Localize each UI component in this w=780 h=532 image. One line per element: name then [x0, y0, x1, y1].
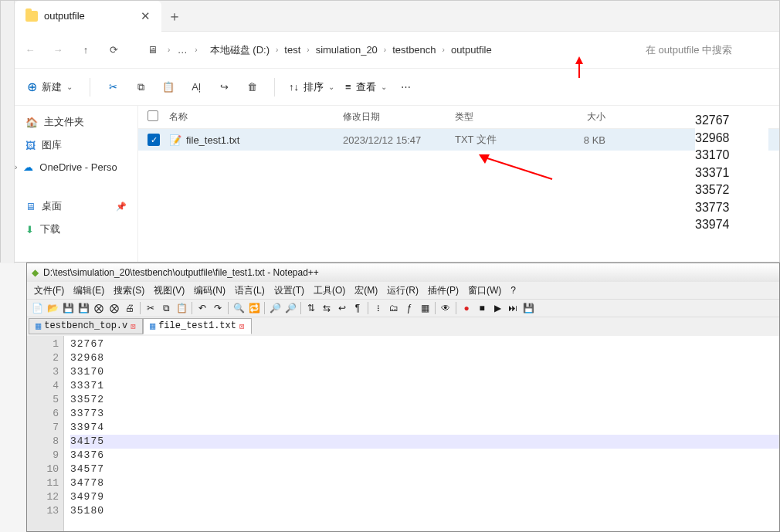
sidebar-item-gallery[interactable]: 🖼 图库 — [18, 134, 134, 157]
share-icon[interactable]: ↪ — [211, 74, 237, 100]
replay-macro-icon[interactable]: ⏭ — [506, 301, 520, 315]
zoom-in-icon[interactable]: 🔎 — [268, 301, 282, 315]
func-list-icon[interactable]: ƒ — [402, 301, 416, 315]
undo-icon[interactable]: ↶ — [195, 301, 209, 315]
menu-edit[interactable]: 编辑(E) — [70, 283, 108, 299]
menu-plugins[interactable]: 插件(P) — [424, 283, 463, 299]
npp-title-bar[interactable]: ◆ D:\test\simulation_20\testbench\output… — [27, 263, 779, 282]
file-size: 8 KB — [544, 134, 605, 146]
menu-run[interactable]: 运行(R) — [383, 283, 422, 299]
editor-tab[interactable]: ▦ testbench_top.v ⊠ — [29, 318, 143, 334]
menu-search[interactable]: 搜索(S) — [110, 283, 148, 299]
code-line: 33572 — [70, 393, 779, 407]
pin-icon: 📌 — [116, 202, 127, 212]
line-number-gutter: 1 2 3 4 5 6 7 8 9 10 11 12 13 — [27, 336, 64, 531]
menu-tools[interactable]: 工具(O) — [310, 283, 349, 299]
doc-map-icon[interactable]: ▦ — [418, 301, 432, 315]
folder-view-icon[interactable]: 🗂 — [387, 301, 401, 315]
column-type[interactable]: 类型 — [455, 110, 544, 124]
menu-settings[interactable]: 设置(T) — [270, 283, 308, 299]
menu-macro[interactable]: 宏(M) — [351, 283, 382, 299]
separator — [300, 302, 301, 314]
breadcrumb-item[interactable]: outputfile — [449, 41, 493, 59]
file-row[interactable]: ✓ 📝 file_test1.txt 2023/12/12 15:47 TXT … — [138, 129, 779, 151]
more-icon[interactable]: … — [173, 38, 192, 63]
paste-icon[interactable]: 📋 — [155, 74, 181, 100]
breadcrumb-item[interactable]: simulation_20 — [314, 41, 379, 59]
stop-macro-icon[interactable]: ■ — [475, 301, 489, 315]
chevron-right-icon: › — [443, 46, 445, 54]
sidebar-item-onedrive[interactable]: › ☁ OneDrive - Perso — [18, 157, 134, 178]
column-name[interactable]: 名称 — [169, 110, 343, 124]
close-all-icon[interactable]: ⨂ — [107, 301, 121, 315]
open-icon[interactable]: 📂 — [46, 301, 59, 315]
print-icon[interactable]: 🖨 — [123, 301, 137, 315]
menu-help[interactable]: ? — [507, 283, 520, 297]
close-icon[interactable]: ⊠ — [239, 321, 245, 331]
explorer-tab[interactable]: outputfile ✕ — [15, 1, 161, 32]
breadcrumb-item[interactable]: testbench — [391, 41, 437, 59]
record-macro-icon[interactable]: ● — [460, 301, 473, 315]
editor-area[interactable]: 1 2 3 4 5 6 7 8 9 10 11 12 13 32767 3296… — [27, 336, 779, 531]
sort-button[interactable]: ↑↓ 排序 ⌄ — [284, 80, 339, 94]
menu-encoding[interactable]: 编码(N) — [190, 283, 229, 299]
close-icon[interactable]: ⊠ — [131, 321, 136, 331]
monitor-icon[interactable]: 🖥 — [140, 38, 164, 63]
column-size[interactable]: 大小 — [544, 110, 605, 124]
menu-file[interactable]: 文件(F) — [30, 283, 68, 299]
breadcrumb-item[interactable]: test — [283, 41, 302, 59]
replace-icon[interactable]: 🔁 — [247, 301, 261, 315]
line-number: 12 — [27, 490, 59, 504]
refresh-icon[interactable]: ⟳ — [101, 38, 126, 63]
save-all-icon[interactable]: 💾 — [76, 301, 90, 315]
close-file-icon[interactable]: ⨂ — [92, 301, 106, 315]
delete-icon[interactable]: 🗑 — [239, 74, 265, 100]
forward-icon[interactable]: → — [46, 38, 70, 63]
new-file-icon[interactable]: 📄 — [30, 301, 44, 315]
sync-v-icon[interactable]: ⇅ — [304, 301, 318, 315]
up-icon[interactable]: ↑ — [73, 38, 98, 63]
select-all-checkbox[interactable] — [148, 110, 158, 121]
cut-icon[interactable]: ✂ — [100, 74, 126, 100]
sidebar-item-desktop[interactable]: 🖥 桌面 📌 — [18, 195, 134, 218]
more-options-icon[interactable]: ⋯ — [393, 74, 419, 100]
menu-window[interactable]: 窗口(W) — [464, 283, 505, 299]
copy-icon[interactable]: ⧉ — [159, 301, 173, 315]
wrap-icon[interactable]: ↩ — [335, 301, 349, 315]
zoom-out-icon[interactable]: 🔎 — [283, 301, 297, 315]
save-icon[interactable]: 💾 — [61, 301, 75, 315]
search-input[interactable]: 在 outputfile 中搜索 — [641, 38, 768, 63]
column-date[interactable]: 修改日期 — [343, 110, 455, 124]
code-line: 33974 — [70, 421, 779, 435]
menu-view[interactable]: 视图(V) — [150, 283, 188, 299]
breadcrumb-item[interactable]: 本地磁盘 (D:) — [209, 40, 271, 60]
checkbox-icon[interactable]: ✓ — [148, 134, 160, 146]
editor-tab-active[interactable]: ▦ file_test1.txt ⊠ — [143, 318, 252, 334]
view-button[interactable]: ≡ 查看 ⌄ — [341, 80, 392, 94]
file-explorer-window: outputfile ✕ ＋ ← → ↑ ⟳ 🖥 › … › 本地磁盘 (D:)… — [0, 0, 780, 263]
show-all-icon[interactable]: ¶ — [351, 301, 365, 315]
back-icon[interactable]: ← — [18, 38, 42, 63]
indent-guide-icon[interactable]: ⫶ — [371, 301, 385, 315]
text-file-icon: 📝 — [169, 134, 181, 146]
close-icon[interactable]: ✕ — [141, 9, 151, 23]
find-icon[interactable]: 🔍 — [232, 301, 246, 315]
desktop-icon: 🖥 — [25, 201, 36, 212]
new-tab-button[interactable]: ＋ — [161, 7, 188, 25]
monitor-icon[interactable]: 👁 — [439, 301, 453, 315]
save-macro-icon[interactable]: 💾 — [521, 301, 535, 315]
sidebar-item-home[interactable]: 🏠 主文件夹 — [18, 110, 134, 134]
menu-language[interactable]: 语言(L) — [231, 283, 269, 299]
redo-icon[interactable]: ↷ — [211, 301, 225, 315]
sidebar-item-downloads[interactable]: ⬇ 下载 — [18, 218, 134, 241]
left-edge-strip — [1, 1, 15, 263]
play-macro-icon[interactable]: ▶ — [490, 301, 504, 315]
code-content[interactable]: 32767 32968 33170 33371 33572 33773 3397… — [64, 336, 779, 531]
copy-icon[interactable]: ⧉ — [127, 74, 154, 100]
npp-title-text: D:\test\simulation_20\testbench\outputfi… — [43, 267, 319, 278]
paste-icon[interactable]: 📋 — [175, 301, 188, 315]
cut-icon[interactable]: ✂ — [144, 301, 158, 315]
new-button[interactable]: ⊕ 新建 ⌄ — [19, 75, 80, 99]
rename-icon[interactable]: Aļ — [183, 74, 209, 100]
sync-h-icon[interactable]: ⇆ — [320, 301, 334, 315]
